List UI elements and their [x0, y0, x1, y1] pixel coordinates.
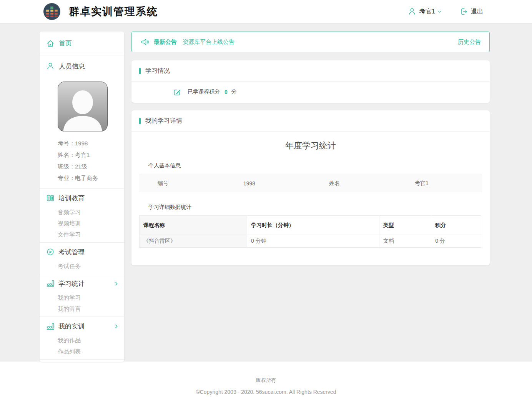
top-bar: 群卓实训管理系统 考官1 — [0, 0, 532, 23]
profile-field-name: 姓名：考官1 — [58, 149, 124, 161]
sidebar-item-profile[interactable]: 人员信息 — [40, 55, 124, 77]
sidebar-group-training: 培训教育 音频学习 视频培训 文件学习 — [40, 188, 124, 242]
sidebar-home-label: 首页 — [59, 39, 72, 48]
sidebar-profile-label: 人员信息 — [59, 62, 85, 71]
score-value: 0 — [224, 89, 228, 95]
sidebar-group-my-practice: 我的实训 我的作品 作品列表 — [40, 317, 124, 359]
sidebar-training-label: 培训教育 — [58, 194, 85, 203]
column-score: 积分 — [431, 216, 481, 235]
logout-icon — [460, 7, 468, 16]
copyright-line1: 版权所有 — [0, 377, 532, 384]
study-status-title: 学习情况 — [145, 67, 170, 75]
study-stats-table: 课程名称 学习时长（分钟） 类型 积分 《抖音雷区》 0 分钟 文档 0 分 — [139, 215, 481, 248]
bar-chart-icon — [46, 322, 55, 330]
report-title: 年度学习统计 — [131, 140, 490, 152]
user-menu[interactable]: 考官1 — [408, 7, 442, 16]
sidebar-item-training[interactable]: 培训教育 — [40, 190, 124, 207]
profile-fields: 考号：1998 姓名：考官1 班级：21级 专业：电子商务 — [58, 138, 124, 188]
speaker-icon — [140, 37, 150, 47]
basic-info-id-label: 编号 — [139, 180, 225, 187]
column-study-duration: 学习时长（分钟） — [247, 216, 379, 235]
column-type: 类型 — [379, 216, 431, 235]
cell-score: 0 分 — [431, 235, 481, 248]
sidebar-exam-label: 考试管理 — [58, 248, 85, 257]
app-title: 群卓实训管理系统 — [69, 5, 158, 18]
sidebar-group-exam: 考试管理 考试任务 — [40, 242, 124, 274]
stats-section-label: 学习详细数据统计 — [148, 204, 490, 211]
sidebar-item-my-works[interactable]: 我的作品 — [40, 335, 124, 346]
sidebar-item-audio-study[interactable]: 音频学习 — [40, 207, 124, 218]
sidebar-item-my-messages[interactable]: 我的留言 — [40, 303, 124, 314]
study-status-header: 学习情况 — [131, 60, 490, 82]
chevron-down-icon — [437, 9, 442, 14]
cell-study-duration: 0 分钟 — [247, 235, 379, 248]
home-icon — [46, 39, 55, 48]
sidebar-bottom-pad — [40, 359, 124, 362]
score-unit: 分 — [231, 88, 237, 95]
sidebar-item-works-list[interactable]: 作品列表 — [40, 346, 124, 357]
basic-info-row: 编号 1998 姓名 考官1 — [139, 175, 482, 192]
basic-info-name-value: 考官1 — [396, 180, 482, 187]
basic-info-id-value: 1998 — [225, 180, 311, 187]
brand: 群卓实训管理系统 — [43, 3, 158, 20]
chevron-right-icon — [114, 324, 119, 329]
table-header-row: 课程名称 学习时长（分钟） 类型 积分 — [140, 216, 481, 235]
sidebar-study-stats-label: 学习统计 — [58, 279, 85, 288]
sidebar-group-study-stats: 学习统计 我的学习 我的留言 — [40, 274, 124, 317]
notice-tag: 最新公告 — [154, 38, 177, 46]
clock-icon — [46, 248, 55, 256]
sidebar-my-practice-label: 我的实训 — [58, 322, 85, 331]
sidebar-item-file-study[interactable]: 文件学习 — [40, 229, 124, 240]
sidebar-item-exam[interactable]: 考试管理 — [40, 243, 124, 260]
avatar — [58, 82, 108, 132]
sidebar-item-video-training[interactable]: 视频培训 — [40, 218, 124, 229]
sidebar-item-exam-task[interactable]: 考试任务 — [40, 260, 124, 272]
history-notices-link[interactable]: 历史公告 — [458, 38, 481, 46]
basic-info-section-label: 个人基本信息 — [148, 162, 490, 169]
table-row: 《抖音雷区》 0 分钟 文档 0 分 — [140, 235, 481, 248]
study-status-body: 已学课程积分 0 分 — [131, 82, 490, 102]
notice-bar: 最新公告 资源库平台上线公告 历史公告 — [131, 32, 490, 52]
basic-info-name-label: 姓名 — [311, 180, 396, 187]
logout-label: 退出 — [471, 8, 483, 16]
sidebar-item-my-study[interactable]: 我的学习 — [40, 292, 124, 303]
study-detail-header: 我的学习详情 — [131, 110, 490, 132]
study-detail-title: 我的学习详情 — [145, 117, 182, 125]
sidebar-item-my-practice[interactable]: 我的实训 — [40, 318, 124, 335]
accent-bar — [139, 68, 141, 74]
study-detail-card: 我的学习详情 年度学习统计 个人基本信息 编号 1998 姓名 考官1 学习详细… — [131, 110, 490, 265]
page-footer: 版权所有 ©Copyright 2009 - 2020. 56sucai.com… — [0, 362, 532, 400]
study-status-card: 学习情况 已学课程积分 0 分 — [131, 60, 490, 103]
score-label: 已学课程积分 — [188, 88, 220, 95]
accent-bar — [139, 118, 141, 124]
brand-logo-icon — [43, 3, 60, 20]
cell-course-name: 《抖音雷区》 — [140, 235, 247, 248]
cell-type: 文档 — [379, 235, 431, 248]
bar-chart-icon — [46, 279, 55, 288]
user-name: 考官1 — [419, 8, 435, 16]
page-body: 首页 人员信息 — [0, 23, 532, 362]
profile-field-exam-no: 考号：1998 — [58, 138, 124, 149]
copyright-line2: ©Copyright 2009 - 2020. 56sucai.com. All… — [0, 389, 532, 395]
edit-icon — [173, 88, 181, 96]
logout-button[interactable]: 退出 — [460, 7, 483, 16]
chevron-right-icon — [114, 281, 119, 286]
sidebar-item-home[interactable]: 首页 — [40, 32, 124, 55]
column-course-name: 课程名称 — [140, 216, 247, 235]
user-icon — [408, 7, 416, 16]
book-icon — [46, 194, 55, 202]
notice-message-link[interactable]: 资源库平台上线公告 — [183, 38, 234, 46]
person-icon — [46, 62, 55, 70]
sidebar: 首页 人员信息 — [40, 32, 124, 362]
profile-field-class: 班级：21级 — [58, 161, 124, 172]
sidebar-item-study-stats[interactable]: 学习统计 — [40, 275, 124, 292]
profile-field-major: 专业：电子商务 — [58, 172, 124, 184]
main-content: 最新公告 资源库平台上线公告 历史公告 学习情况 已学课程积分 0 分 — [131, 32, 490, 265]
